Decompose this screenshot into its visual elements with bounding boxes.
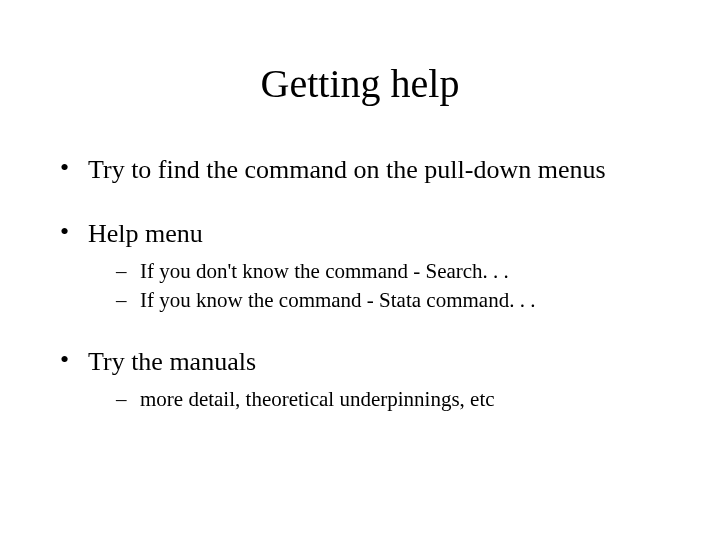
bullet-text: Try the manuals <box>88 347 256 376</box>
bullet-text: Help menu <box>88 219 203 248</box>
slide-title: Getting help <box>50 60 670 107</box>
sub-bullet-text: If you know the command - Stata command.… <box>140 288 535 312</box>
sub-bullet-text: If you don't know the command - Search. … <box>140 259 509 283</box>
sub-bullet-text: more detail, theoretical underpinnings, … <box>140 387 495 411</box>
sub-bullet-list: more detail, theoretical underpinnings, … <box>116 387 670 412</box>
bullet-item: Help menu If you don't know the command … <box>60 219 670 313</box>
sub-bullet-list: If you don't know the command - Search. … <box>116 259 670 313</box>
slide: Getting help Try to find the command on … <box>0 0 720 540</box>
sub-bullet-item: If you know the command - Stata command.… <box>116 288 670 313</box>
sub-bullet-item: If you don't know the command - Search. … <box>116 259 670 284</box>
bullet-item: Try to find the command on the pull-down… <box>60 155 670 185</box>
bullet-list: Try to find the command on the pull-down… <box>60 155 670 412</box>
sub-bullet-item: more detail, theoretical underpinnings, … <box>116 387 670 412</box>
bullet-item: Try the manuals more detail, theoretical… <box>60 347 670 412</box>
bullet-text: Try to find the command on the pull-down… <box>88 155 606 184</box>
